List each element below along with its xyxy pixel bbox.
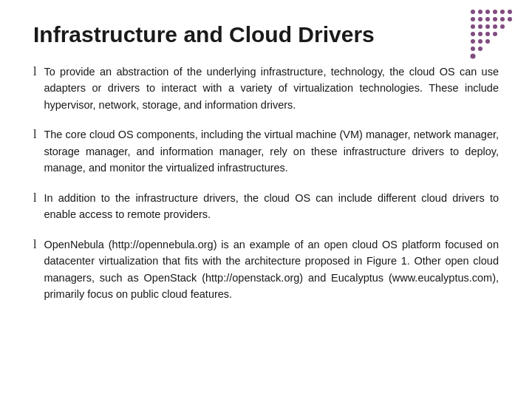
svg-point-15	[493, 24, 497, 29]
svg-point-22	[478, 39, 482, 44]
bullet-text-4: OpenNebula (http://opennebula.org) is an…	[44, 236, 499, 303]
slide-title: Infrastructure and Cloud Drivers	[33, 22, 499, 47]
svg-point-12	[471, 24, 475, 29]
svg-point-13	[478, 24, 482, 29]
svg-point-17	[471, 32, 475, 36]
svg-point-23	[485, 39, 490, 44]
bullet-text-1: To provide an abstraction of the underly…	[44, 64, 499, 113]
svg-point-19	[485, 32, 490, 36]
svg-point-0	[471, 10, 475, 14]
svg-point-2	[485, 10, 490, 14]
svg-point-5	[508, 10, 512, 14]
svg-point-10	[500, 17, 505, 21]
svg-point-4	[500, 10, 505, 14]
svg-point-26	[471, 54, 476, 59]
svg-point-6	[471, 17, 475, 21]
bullet-marker-4: l	[33, 238, 36, 251]
slide-container: Infrastructure and Cloud Drivers l To pr…	[0, 0, 532, 399]
svg-point-21	[471, 39, 475, 44]
svg-point-24	[471, 47, 475, 51]
svg-point-14	[485, 24, 490, 29]
bullet-marker-3: l	[33, 191, 36, 205]
svg-point-18	[478, 32, 482, 36]
svg-point-20	[493, 32, 497, 36]
svg-point-11	[508, 17, 512, 21]
bullet-text-2: The core cloud OS components, including …	[44, 126, 499, 176]
bullet-item-1: l To provide an abstraction of the under…	[33, 64, 499, 113]
bullet-text-3: In addition to the infrastructure driver…	[44, 190, 499, 223]
bullet-item-2: l The core cloud OS components, includin…	[33, 126, 499, 176]
svg-point-25	[478, 47, 482, 51]
svg-point-7	[478, 17, 482, 21]
svg-point-8	[485, 17, 490, 21]
bullet-item-4: l OpenNebula (http://opennebula.org) is …	[33, 236, 499, 303]
bullet-marker-2: l	[33, 128, 36, 141]
dot-grid-decoration	[466, 6, 525, 65]
svg-point-9	[493, 17, 497, 21]
bullet-item-3: l In addition to the infrastructure driv…	[33, 190, 499, 223]
svg-point-3	[493, 10, 497, 14]
svg-point-16	[500, 24, 505, 29]
bullet-marker-1: l	[33, 65, 36, 78]
svg-point-1	[478, 10, 482, 14]
